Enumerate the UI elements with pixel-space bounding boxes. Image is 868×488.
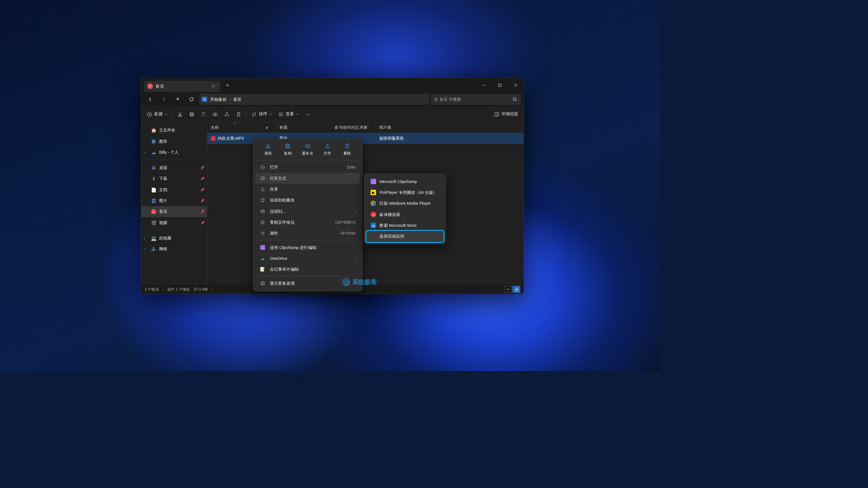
ctx-rename[interactable]: 重命名 bbox=[298, 143, 317, 156]
ctx-onedrive[interactable]: ☁ OneDrive › bbox=[255, 253, 360, 264]
chevron-right-icon: › bbox=[144, 236, 146, 240]
titlebar: ♪ 音乐 bbox=[142, 78, 524, 93]
network-icon: 🖧 bbox=[151, 246, 156, 252]
chevron-down-icon bbox=[296, 113, 299, 116]
pictures-icon: 🖼 bbox=[151, 198, 156, 203]
sidebar-item-gallery[interactable]: ▦ 图库 bbox=[142, 136, 207, 146]
svg-rect-5 bbox=[190, 113, 193, 115]
svg-rect-6 bbox=[191, 113, 193, 116]
address-bar: 开始备份 › 音乐 在 音乐 中搜索 bbox=[142, 93, 524, 106]
refresh-button[interactable] bbox=[185, 94, 198, 105]
chevron-right-icon: › bbox=[144, 247, 146, 251]
sidebar-item-music[interactable]: ♪ 音乐 📌 bbox=[142, 206, 207, 217]
pin-icon: 📌 bbox=[200, 177, 204, 180]
column-headers: ^ 名称 # 标题 参与创作的艺术家 唱片集 bbox=[208, 122, 524, 133]
close-button[interactable] bbox=[508, 80, 524, 91]
sidebar-item-desktop[interactable]: 🖥 桌面 📌 bbox=[142, 162, 207, 173]
share-button[interactable] bbox=[222, 109, 232, 120]
archive-icon bbox=[259, 208, 266, 215]
copy-button[interactable] bbox=[186, 109, 197, 120]
icons-view-button[interactable]: ▦ bbox=[513, 286, 520, 292]
back-button[interactable] bbox=[144, 94, 156, 105]
cut-button[interactable] bbox=[175, 109, 185, 120]
share-icon bbox=[324, 143, 331, 150]
sidebar-item-pictures[interactable]: 🖼 图片 📌 bbox=[142, 195, 207, 206]
ctx-copy[interactable]: 复制 bbox=[278, 143, 297, 156]
sidebar-item-personal[interactable]: › ☁ Billy - 个人 bbox=[142, 147, 207, 158]
status-size: 27.1 MB bbox=[193, 287, 208, 291]
ctx-share-item[interactable]: 共享 bbox=[255, 184, 360, 195]
delete-button[interactable] bbox=[233, 109, 244, 120]
search-placeholder: 在 音乐 中搜索 bbox=[434, 96, 461, 102]
pin-icon: 📌 bbox=[200, 199, 204, 202]
ctx-open-with[interactable]: 打开方式 › bbox=[255, 173, 360, 183]
chevron-right-icon: › bbox=[144, 150, 146, 154]
sort-label: 排序 bbox=[259, 111, 267, 117]
add-tab-button[interactable] bbox=[222, 80, 233, 90]
tab-close-button[interactable] bbox=[210, 83, 217, 89]
sidebar-item-videos[interactable]: 🎬 视频 📌 bbox=[142, 217, 207, 228]
paste-button[interactable] bbox=[198, 109, 209, 120]
blank-icon bbox=[371, 234, 376, 239]
column-title[interactable]: 标题 bbox=[276, 122, 331, 132]
new-button[interactable]: 新建 bbox=[144, 109, 170, 120]
store-app-icon: 🛍 bbox=[371, 223, 376, 228]
submenu-choose-other[interactable]: 选择其他应用 bbox=[367, 231, 443, 242]
forward-button[interactable] bbox=[158, 94, 170, 105]
minimize-button[interactable] bbox=[476, 80, 492, 91]
column-number[interactable]: # bbox=[262, 122, 276, 132]
sidebar-item-thispc[interactable]: › 💻 此电脑 bbox=[142, 233, 207, 244]
details-button[interactable]: 详细信息 bbox=[491, 109, 521, 120]
rename-icon bbox=[304, 143, 311, 150]
search-box[interactable]: 在 音乐 中搜索 bbox=[431, 94, 521, 105]
file-album: 超级吞噬系统 bbox=[379, 136, 404, 141]
details-view-button[interactable]: ≡ bbox=[505, 286, 512, 292]
file-name: 鸡你太美.MP3 bbox=[217, 136, 244, 141]
maximize-button[interactable] bbox=[492, 80, 508, 91]
ctx-notepad[interactable]: 📝 在记事本中编辑 bbox=[255, 264, 360, 275]
ctx-copy-path[interactable]: 复制文件地址 Ctrl+Shift+C bbox=[255, 217, 360, 228]
submenu-wmp[interactable]: 旧版 Windows Media Player bbox=[367, 198, 443, 209]
ctx-delete[interactable]: 删除 bbox=[338, 143, 357, 156]
submenu-clipchamp[interactable]: Microsoft Clipchamp bbox=[367, 176, 443, 187]
sort-button[interactable]: 排序 bbox=[249, 109, 275, 120]
properties-icon bbox=[259, 230, 266, 236]
more-button[interactable] bbox=[302, 109, 313, 120]
details-label: 详细信息 bbox=[501, 111, 518, 117]
svg-point-15 bbox=[269, 147, 270, 148]
up-button[interactable] bbox=[171, 94, 184, 105]
breadcrumb-current[interactable]: 音乐 bbox=[233, 96, 241, 102]
ctx-cut[interactable]: 剪切 bbox=[259, 143, 277, 156]
column-name[interactable]: ^ 名称 bbox=[208, 122, 263, 132]
svg-point-10 bbox=[306, 114, 307, 115]
watermark: ◎ 系统极客 bbox=[342, 278, 377, 286]
ctx-compress[interactable]: 压缩到... › bbox=[255, 206, 360, 216]
sidebar-item-home[interactable]: 🏠 主文件夹 bbox=[142, 125, 207, 136]
submenu-potplayer[interactable]: ▶ PotPlayer 专用播放（64 位版） bbox=[367, 187, 443, 198]
breadcrumb[interactable]: 开始备份 › 音乐 bbox=[199, 94, 429, 105]
sidebar-item-network[interactable]: › 🖧 网络 bbox=[142, 244, 207, 254]
sidebar-item-documents[interactable]: 📄 文档 📌 bbox=[142, 184, 207, 195]
svg-rect-16 bbox=[286, 144, 289, 147]
breadcrumb-backup[interactable]: 开始备份 bbox=[210, 96, 226, 102]
open-with-submenu: Microsoft Clipchamp ▶ PotPlayer 专用播放（64 … bbox=[364, 174, 446, 244]
ctx-favorites[interactable]: 添加到收藏夹 bbox=[255, 195, 360, 206]
submenu-mediaplayer[interactable]: ♪ 媒体播放器 bbox=[367, 209, 443, 220]
view-button[interactable]: 查看 bbox=[275, 109, 302, 120]
column-artist[interactable]: 参与创作的艺术家 bbox=[331, 122, 376, 132]
rename-button[interactable] bbox=[210, 109, 221, 120]
notepad-icon: 📝 bbox=[259, 266, 266, 272]
ctx-clipchamp[interactable]: 使用 Clipchamp 进行编辑 bbox=[255, 242, 360, 253]
ctx-share[interactable]: 共享 bbox=[318, 143, 337, 156]
tab-music[interactable]: ♪ 音乐 bbox=[144, 81, 221, 92]
ctx-properties[interactable]: 属性 Alt+Enter bbox=[255, 228, 360, 239]
submenu-store[interactable]: 🛍 搜索 Microsoft Store bbox=[367, 220, 443, 231]
pin-icon: 📌 bbox=[200, 188, 204, 192]
svg-rect-17 bbox=[287, 145, 290, 148]
breadcrumb-separator: › bbox=[229, 97, 231, 102]
sidebar-item-downloads[interactable]: ⬇ 下载 📌 bbox=[142, 173, 207, 184]
column-album[interactable]: 唱片集 bbox=[376, 122, 422, 132]
ctx-open[interactable]: 打开 Enter bbox=[255, 162, 360, 173]
status-selected: 选中 1 个项目 bbox=[167, 286, 190, 291]
clipchamp-icon bbox=[259, 244, 266, 251]
